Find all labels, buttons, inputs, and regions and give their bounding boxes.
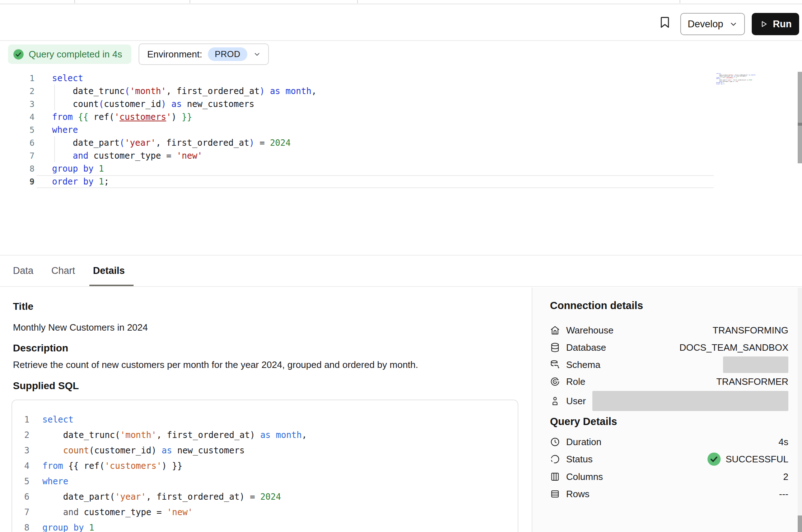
row-label: Columns <box>566 471 603 482</box>
tab-chart[interactable]: Chart <box>51 265 75 276</box>
status-loader-icon <box>550 454 560 464</box>
sql-editor[interactable]: 1select2 date_trunc('month', first_order… <box>0 72 798 188</box>
row-label: Warehouse <box>566 325 614 336</box>
code-line[interactable]: 6 date_part('year', first_ordered_at) = … <box>0 136 798 149</box>
indent-guide <box>54 136 55 162</box>
success-check-icon <box>707 452 721 466</box>
tab-divider <box>680 0 680 3</box>
query-row-rows: Rows --- <box>550 485 788 503</box>
code-line[interactable]: 7 and customer_type = 'new' <box>0 149 798 162</box>
line-number: 2 <box>12 428 29 443</box>
code-line: 4from {{ ref('customers') }} <box>12 458 518 474</box>
connection-row-schema: Schema <box>550 356 788 373</box>
line-number: 6 <box>12 489 29 505</box>
develop-dropdown-button[interactable]: Develop <box>680 13 745 35</box>
row-label: User <box>566 396 586 407</box>
line-number: 8 <box>0 162 34 175</box>
row-label: Schema <box>566 359 600 370</box>
code-line[interactable]: 5where <box>0 123 798 136</box>
title-value: Monthly New Customers in 2024 <box>13 322 148 333</box>
tab-divider <box>74 0 75 3</box>
bookmark-icon <box>658 15 672 30</box>
code-line[interactable]: 4from {{ ref('customers') }} <box>0 111 798 123</box>
panel-scrollbar <box>798 288 802 532</box>
run-button[interactable]: Run <box>752 13 799 35</box>
query-status-pill: Query completed in 4s <box>8 45 131 64</box>
supplied-sql-heading: Supplied SQL <box>13 380 79 392</box>
code-line: 6 date_part('year', first_ordered_at) = … <box>12 489 518 505</box>
user-icon <box>550 396 560 406</box>
line-number: 5 <box>12 474 29 489</box>
row-label: Status <box>566 454 593 465</box>
develop-label: Develop <box>687 19 723 30</box>
browser-tab-strip <box>0 0 802 4</box>
line-number: 2 <box>0 85 34 98</box>
line-number: 1 <box>12 412 29 428</box>
query-row-columns: Columns 2 <box>550 468 788 485</box>
line-number: 3 <box>12 443 29 458</box>
code-line[interactable]: 3 count(customer_id) as new_customers <box>0 98 798 111</box>
results-tabbar: Data Chart Details <box>0 255 802 287</box>
description-value: Retrieve the count of new customers per … <box>13 359 418 370</box>
redacted-user-value <box>592 391 788 411</box>
redacted-schema-value <box>723 356 788 373</box>
connection-row-user: User <box>550 391 788 411</box>
line-number: 3 <box>0 98 34 111</box>
description-heading: Description <box>13 342 68 354</box>
row-label: Rows <box>566 489 589 500</box>
scrollbar-line-marker <box>798 123 802 126</box>
environment-label: Environment: <box>147 49 202 60</box>
role-value: TRANSFORMER <box>716 376 788 387</box>
query-details-heading: Query Details <box>550 416 617 428</box>
line-number: 7 <box>12 505 29 520</box>
code-line: 2 date_trunc('month', first_ordered_at) … <box>12 428 518 443</box>
tab-divider <box>190 0 190 3</box>
row-label: Duration <box>566 437 601 448</box>
bookmark-button[interactable] <box>657 11 673 33</box>
code-line[interactable]: 2 date_trunc('month', first_ordered_at) … <box>0 85 798 98</box>
role-icon <box>550 377 560 387</box>
active-tab-underline <box>89 285 134 286</box>
tab-divider <box>357 0 358 3</box>
rows-icon <box>550 489 560 499</box>
active-line-highlight <box>37 175 714 188</box>
tab-data[interactable]: Data <box>13 265 33 276</box>
code-line: order by 1; <box>716 83 723 85</box>
code-line: 7 and customer_type = 'new' <box>12 505 518 520</box>
line-number: 6 <box>0 136 34 149</box>
code-line[interactable]: 9order by 1; <box>0 175 798 188</box>
row-label: Database <box>566 342 606 353</box>
tab-details[interactable]: Details <box>93 265 125 276</box>
line-number: 7 <box>0 149 34 162</box>
editor-minimap[interactable]: select date_trunc('month', first_ordered… <box>716 73 759 87</box>
connection-row-role: Role TRANSFORMER <box>550 373 788 390</box>
chevron-down-icon <box>729 20 738 28</box>
details-side-panel: Connection details Warehouse TRANSFORMIN… <box>532 288 802 532</box>
status-value: SUCCESSFUL <box>726 454 788 465</box>
query-row-duration: Duration 4s <box>550 433 788 451</box>
environment-select[interactable]: Environment: PROD <box>139 43 269 65</box>
line-number: 8 <box>12 520 29 532</box>
supplied-sql-block: 1select2 date_trunc('month', first_order… <box>11 400 518 532</box>
line-number: 4 <box>0 111 34 123</box>
line-number: 1 <box>0 72 34 85</box>
warehouse-icon <box>550 325 560 335</box>
database-value: DOCS_TEAM_SANDBOX <box>680 342 788 353</box>
connection-row-database: Database DOCS_TEAM_SANDBOX <box>550 339 788 356</box>
app-window: Develop Run Query completed in 4s Enviro… <box>0 0 802 532</box>
columns-value: 2 <box>783 471 788 482</box>
duration-icon <box>550 437 560 447</box>
panel-scrollbar-thumb[interactable] <box>798 515 802 532</box>
columns-icon <box>550 472 560 482</box>
code-line[interactable]: 1select <box>0 72 798 85</box>
query-row-status: Status SUCCESSFUL <box>550 451 788 468</box>
code-line: 8group by 1 <box>12 520 518 532</box>
duration-value: 4s <box>779 437 788 448</box>
code-line: 1select <box>12 412 518 428</box>
warehouse-value: TRANSFORMING <box>713 325 788 336</box>
code-line[interactable]: 8group by 1 <box>0 162 798 175</box>
editor-scrollbar[interactable] <box>798 72 802 163</box>
line-number: 5 <box>0 123 34 136</box>
code-line: 5where <box>12 474 518 489</box>
rows-value: --- <box>779 489 788 500</box>
